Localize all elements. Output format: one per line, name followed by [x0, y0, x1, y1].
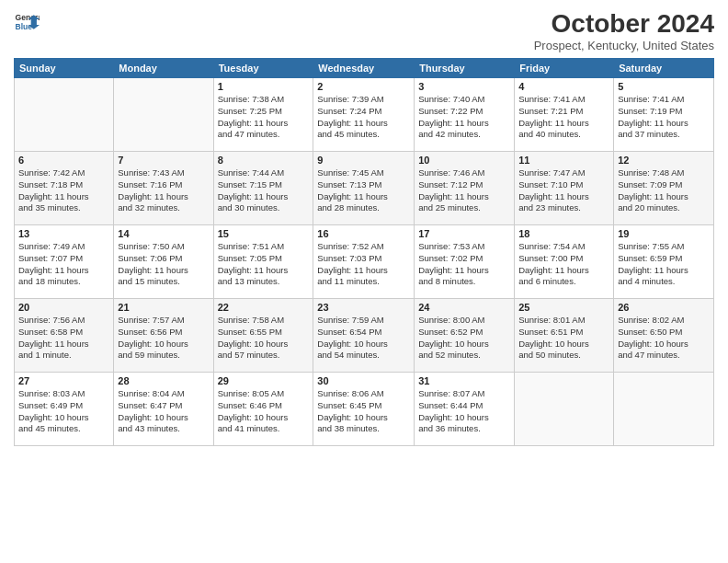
day-info: Sunrise: 7:54 AM Sunset: 7:00 PM Dayligh… — [518, 241, 609, 288]
calendar-cell: 23Sunrise: 7:59 AM Sunset: 6:54 PM Dayli… — [313, 299, 415, 373]
day-number: 13 — [18, 228, 109, 239]
logo-icon: General Blue — [14, 9, 40, 35]
calendar-cell: 19Sunrise: 7:55 AM Sunset: 6:59 PM Dayli… — [614, 225, 714, 299]
calendar-cell: 20Sunrise: 7:56 AM Sunset: 6:58 PM Dayli… — [15, 299, 114, 373]
calendar-cell — [614, 373, 714, 446]
day-info: Sunrise: 7:47 AM Sunset: 7:10 PM Dayligh… — [518, 167, 609, 214]
day-info: Sunrise: 7:46 AM Sunset: 7:12 PM Dayligh… — [418, 167, 510, 214]
day-info: Sunrise: 7:38 AM Sunset: 7:25 PM Dayligh… — [218, 94, 310, 141]
day-info: Sunrise: 7:53 AM Sunset: 7:02 PM Dayligh… — [418, 241, 510, 288]
day-info: Sunrise: 8:01 AM Sunset: 6:51 PM Dayligh… — [518, 315, 609, 362]
day-number: 10 — [418, 155, 510, 166]
day-info: Sunrise: 8:00 AM Sunset: 6:52 PM Dayligh… — [418, 315, 510, 362]
calendar-cell: 13Sunrise: 7:49 AM Sunset: 7:07 PM Dayli… — [15, 225, 114, 299]
day-number: 17 — [418, 228, 510, 239]
calendar-cell: 28Sunrise: 8:04 AM Sunset: 6:47 PM Dayli… — [114, 373, 213, 446]
calendar-cell: 4Sunrise: 7:41 AM Sunset: 7:21 PM Daylig… — [515, 78, 614, 152]
calendar-cell: 17Sunrise: 7:53 AM Sunset: 7:02 PM Dayli… — [415, 225, 515, 299]
day-number: 15 — [218, 228, 310, 239]
calendar-cell: 6Sunrise: 7:42 AM Sunset: 7:18 PM Daylig… — [15, 152, 114, 225]
calendar-cell: 2Sunrise: 7:39 AM Sunset: 7:24 PM Daylig… — [313, 78, 415, 152]
calendar-cell: 31Sunrise: 8:07 AM Sunset: 6:44 PM Dayli… — [415, 373, 515, 446]
day-info: Sunrise: 7:56 AM Sunset: 6:58 PM Dayligh… — [18, 315, 109, 362]
calendar-cell: 15Sunrise: 7:51 AM Sunset: 7:05 PM Dayli… — [213, 225, 313, 299]
day-info: Sunrise: 7:49 AM Sunset: 7:07 PM Dayligh… — [18, 241, 109, 288]
calendar-cell: 7Sunrise: 7:43 AM Sunset: 7:16 PM Daylig… — [114, 152, 213, 225]
day-number: 2 — [317, 81, 410, 92]
calendar-table: SundayMondayTuesdayWednesdayThursdayFrid… — [14, 58, 714, 446]
day-info: Sunrise: 7:41 AM Sunset: 7:19 PM Dayligh… — [618, 94, 710, 141]
day-number: 4 — [518, 81, 609, 92]
day-info: Sunrise: 7:43 AM Sunset: 7:16 PM Dayligh… — [118, 167, 209, 214]
day-number: 3 — [418, 81, 510, 92]
weekday-header-saturday: Saturday — [614, 59, 714, 78]
day-number: 26 — [618, 302, 710, 313]
day-number: 1 — [218, 81, 310, 92]
day-info: Sunrise: 8:04 AM Sunset: 6:47 PM Dayligh… — [118, 388, 209, 435]
day-info: Sunrise: 8:02 AM Sunset: 6:50 PM Dayligh… — [618, 315, 710, 362]
calendar-cell: 12Sunrise: 7:48 AM Sunset: 7:09 PM Dayli… — [614, 152, 714, 225]
day-number: 9 — [317, 155, 410, 166]
day-number: 14 — [118, 228, 209, 239]
calendar-cell: 18Sunrise: 7:54 AM Sunset: 7:00 PM Dayli… — [515, 225, 614, 299]
calendar-cell: 30Sunrise: 8:06 AM Sunset: 6:45 PM Dayli… — [313, 373, 415, 446]
logo: General Blue — [14, 9, 40, 35]
day-info: Sunrise: 7:51 AM Sunset: 7:05 PM Dayligh… — [218, 241, 310, 288]
calendar-cell — [114, 78, 213, 152]
weekday-header-wednesday: Wednesday — [313, 59, 415, 78]
svg-text:Blue: Blue — [16, 22, 33, 31]
weekday-header-thursday: Thursday — [415, 59, 515, 78]
day-number: 21 — [118, 302, 209, 313]
day-info: Sunrise: 7:48 AM Sunset: 7:09 PM Dayligh… — [618, 167, 710, 214]
weekday-header-tuesday: Tuesday — [213, 59, 313, 78]
calendar-cell: 16Sunrise: 7:52 AM Sunset: 7:03 PM Dayli… — [313, 225, 415, 299]
day-number: 5 — [618, 81, 710, 92]
day-number: 12 — [618, 155, 710, 166]
month-title: October 2024 — [534, 9, 714, 39]
day-info: Sunrise: 8:03 AM Sunset: 6:49 PM Dayligh… — [18, 388, 109, 435]
day-number: 7 — [118, 155, 209, 166]
day-number: 31 — [418, 375, 510, 386]
day-number: 18 — [518, 228, 609, 239]
day-info: Sunrise: 7:44 AM Sunset: 7:15 PM Dayligh… — [218, 167, 310, 214]
day-info: Sunrise: 8:06 AM Sunset: 6:45 PM Dayligh… — [317, 388, 410, 435]
day-info: Sunrise: 7:39 AM Sunset: 7:24 PM Dayligh… — [317, 94, 410, 141]
calendar-cell: 21Sunrise: 7:57 AM Sunset: 6:56 PM Dayli… — [114, 299, 213, 373]
day-number: 28 — [118, 375, 209, 386]
day-info: Sunrise: 7:42 AM Sunset: 7:18 PM Dayligh… — [18, 167, 109, 214]
calendar-cell: 14Sunrise: 7:50 AM Sunset: 7:06 PM Dayli… — [114, 225, 213, 299]
day-number: 16 — [317, 228, 410, 239]
location: Prospect, Kentucky, United States — [534, 39, 714, 52]
day-info: Sunrise: 8:07 AM Sunset: 6:44 PM Dayligh… — [418, 388, 510, 435]
day-info: Sunrise: 7:52 AM Sunset: 7:03 PM Dayligh… — [317, 241, 410, 288]
day-number: 25 — [518, 302, 609, 313]
calendar-cell: 5Sunrise: 7:41 AM Sunset: 7:19 PM Daylig… — [614, 78, 714, 152]
calendar-cell: 8Sunrise: 7:44 AM Sunset: 7:15 PM Daylig… — [213, 152, 313, 225]
title-block: October 2024 Prospect, Kentucky, United … — [534, 9, 714, 52]
calendar-cell: 24Sunrise: 8:00 AM Sunset: 6:52 PM Dayli… — [415, 299, 515, 373]
calendar-cell: 11Sunrise: 7:47 AM Sunset: 7:10 PM Dayli… — [515, 152, 614, 225]
day-number: 6 — [18, 155, 109, 166]
day-number: 8 — [218, 155, 310, 166]
day-info: Sunrise: 7:45 AM Sunset: 7:13 PM Dayligh… — [317, 167, 410, 214]
day-number: 24 — [418, 302, 510, 313]
day-info: Sunrise: 7:41 AM Sunset: 7:21 PM Dayligh… — [518, 94, 609, 141]
day-info: Sunrise: 7:57 AM Sunset: 6:56 PM Dayligh… — [118, 315, 209, 362]
day-number: 22 — [218, 302, 310, 313]
day-info: Sunrise: 8:05 AM Sunset: 6:46 PM Dayligh… — [218, 388, 310, 435]
day-info: Sunrise: 7:55 AM Sunset: 6:59 PM Dayligh… — [618, 241, 710, 288]
day-number: 30 — [317, 375, 410, 386]
day-number: 20 — [18, 302, 109, 313]
calendar-cell — [515, 373, 614, 446]
weekday-header-sunday: Sunday — [15, 59, 114, 78]
day-info: Sunrise: 7:50 AM Sunset: 7:06 PM Dayligh… — [118, 241, 209, 288]
day-number: 11 — [518, 155, 609, 166]
calendar-cell: 9Sunrise: 7:45 AM Sunset: 7:13 PM Daylig… — [313, 152, 415, 225]
day-info: Sunrise: 7:40 AM Sunset: 7:22 PM Dayligh… — [418, 94, 510, 141]
calendar-cell: 10Sunrise: 7:46 AM Sunset: 7:12 PM Dayli… — [415, 152, 515, 225]
calendar-cell: 29Sunrise: 8:05 AM Sunset: 6:46 PM Dayli… — [213, 373, 313, 446]
day-info: Sunrise: 7:58 AM Sunset: 6:55 PM Dayligh… — [218, 315, 310, 362]
weekday-header-monday: Monday — [114, 59, 213, 78]
calendar-cell: 25Sunrise: 8:01 AM Sunset: 6:51 PM Dayli… — [515, 299, 614, 373]
calendar-cell: 27Sunrise: 8:03 AM Sunset: 6:49 PM Dayli… — [15, 373, 114, 446]
